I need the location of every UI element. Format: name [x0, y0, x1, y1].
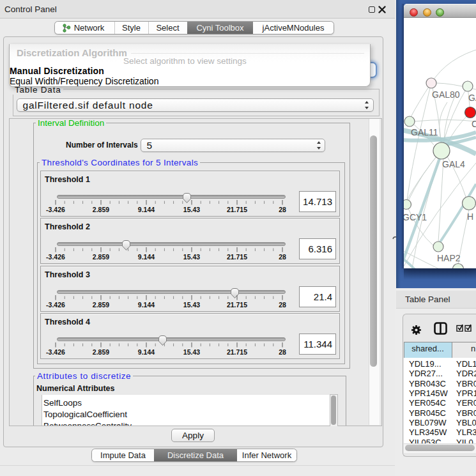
- svg-text:9.144: 9.144: [138, 301, 155, 309]
- svg-text:GAL4: GAL4: [442, 159, 465, 169]
- svg-text:2.859: 2.859: [93, 348, 109, 356]
- svg-text:9.144: 9.144: [138, 206, 155, 213]
- svg-text:C: C: [472, 119, 476, 129]
- svg-text:-3.426: -3.426: [46, 206, 65, 213]
- svg-text:H: H: [467, 211, 473, 222]
- svg-text:2.859: 2.859: [93, 301, 109, 309]
- svg-text:-3.426: -3.426: [46, 301, 65, 309]
- svg-text:9.144: 9.144: [138, 253, 155, 261]
- svg-text:9.144: 9.144: [138, 348, 155, 356]
- svg-text:GAL11: GAL11: [411, 127, 438, 137]
- svg-text:GAL80: GAL80: [432, 89, 460, 100]
- svg-text:GA: GA: [468, 93, 476, 103]
- svg-text:28: 28: [279, 253, 286, 261]
- svg-text:-3.426: -3.426: [46, 253, 65, 261]
- svg-text:15.43: 15.43: [183, 301, 200, 309]
- svg-text:21.715: 21.715: [227, 253, 247, 261]
- svg-text:15.43: 15.43: [183, 253, 200, 261]
- svg-text:21.715: 21.715: [227, 206, 247, 213]
- svg-text:HAP2: HAP2: [437, 253, 461, 263]
- svg-text:15.43: 15.43: [183, 348, 200, 356]
- svg-text:GCY1: GCY1: [404, 212, 427, 222]
- svg-text:-3.426: -3.426: [46, 348, 65, 356]
- svg-text:28: 28: [279, 301, 286, 309]
- svg-text:21.715: 21.715: [227, 348, 247, 356]
- svg-text:21.715: 21.715: [227, 301, 247, 309]
- svg-text:2.859: 2.859: [93, 206, 109, 213]
- svg-text:2.859: 2.859: [93, 253, 109, 261]
- svg-text:15.43: 15.43: [183, 206, 200, 213]
- svg-text:28: 28: [279, 348, 286, 356]
- svg-text:28: 28: [279, 206, 286, 213]
